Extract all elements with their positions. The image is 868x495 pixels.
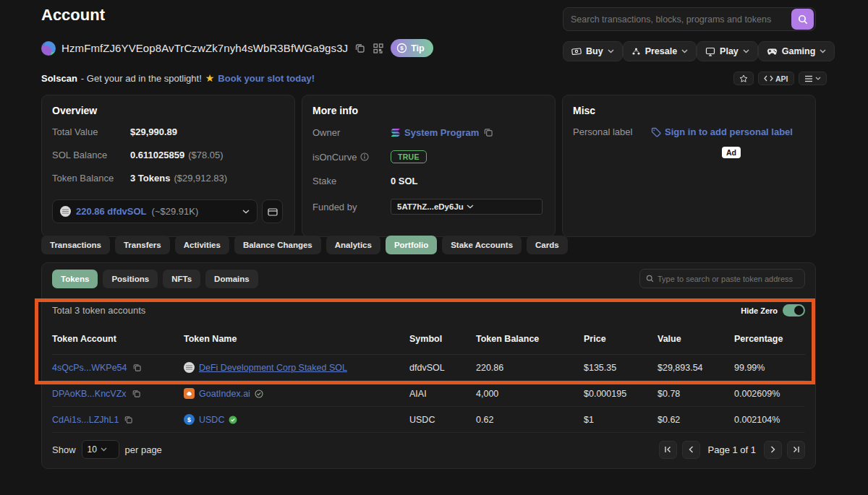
token-name-link[interactable]: DeFi Development Corp Staked SOL	[199, 363, 347, 373]
tab-balance-changes[interactable]: Balance Changes	[234, 236, 321, 254]
api-label: API	[775, 74, 788, 83]
chevron-down-icon	[681, 49, 688, 53]
buy-button[interactable]: Buy	[563, 41, 623, 61]
tip-label: Tip	[411, 43, 425, 53]
copy-icon	[133, 363, 141, 371]
copy-token-account-button[interactable]	[131, 388, 142, 399]
more-info-card: More info Owner System Program isOnCu	[302, 95, 556, 237]
token-balance-label: Token Balance	[52, 173, 130, 184]
sign-in-personal-label-link[interactable]: Sign in to add personal label	[665, 126, 793, 137]
token-balance: 0.62	[476, 415, 584, 425]
play-label: Play	[720, 46, 739, 56]
token-value: $0.78	[658, 389, 734, 399]
is-on-curve-label: isOnCurve	[312, 152, 357, 163]
hide-zero-toggle[interactable]	[783, 304, 805, 317]
misc-card: Misc Personal label Sign in to add perso…	[562, 95, 816, 237]
col-token-account: Token Account	[52, 334, 184, 344]
presale-label: Presale	[645, 46, 677, 56]
sol-balance-label: SOL Balance	[52, 150, 130, 160]
wallet-view-button[interactable]	[262, 199, 283, 223]
favorite-button[interactable]	[733, 72, 754, 85]
copy-token-account-button[interactable]	[132, 362, 142, 373]
qr-code-button[interactable]	[372, 42, 385, 55]
token-balance: 220.86	[476, 363, 584, 373]
tag-icon	[651, 127, 661, 137]
token-search-input[interactable]	[658, 275, 799, 283]
subtab-domains[interactable]: Domains	[205, 270, 258, 288]
tab-stake-accounts[interactable]: Stake Accounts	[442, 236, 522, 254]
tab-transfers[interactable]: Transfers	[115, 236, 170, 254]
page-tools: API	[733, 72, 827, 85]
glowing-star-icon: ★	[205, 72, 215, 84]
copy-token-account-button[interactable]	[123, 414, 134, 425]
first-page-button[interactable]	[659, 441, 677, 459]
solscan-account-page: Account HzmFmfZJ6YVEop8AvTrCzwZk7nyh4sWb…	[0, 0, 868, 495]
owner-link[interactable]: System Program	[404, 127, 479, 138]
prev-page-button[interactable]	[682, 441, 700, 459]
qr-code-icon	[373, 43, 383, 53]
api-button[interactable]: API	[758, 72, 794, 85]
dfdvsol-token-icon	[184, 362, 195, 373]
presale-button[interactable]: Presale	[623, 41, 697, 61]
wallet-icon	[268, 207, 278, 216]
play-button[interactable]: Play	[697, 41, 758, 61]
next-page-button[interactable]	[764, 441, 782, 459]
tab-activities[interactable]: Activities	[175, 236, 229, 254]
sol-balance: 0.611025859	[130, 150, 184, 160]
overview-card: Overview Total Value $29,990.89 SOL Bala…	[41, 95, 295, 237]
per-page-label: per page	[125, 444, 162, 455]
list-menu-button[interactable]	[799, 72, 827, 85]
info-icon	[360, 152, 369, 161]
token-account-link[interactable]: DPAoKB...KncVZx	[52, 389, 127, 399]
tab-analytics[interactable]: Analytics	[326, 236, 380, 254]
tab-transactions[interactable]: Transactions	[41, 236, 110, 254]
book-slot-link[interactable]: Book your slot today!	[218, 73, 315, 84]
global-search	[563, 7, 816, 31]
hide-zero-label: Hide Zero	[741, 306, 778, 315]
info-cards: Overview Total Value $29,990.89 SOL Bala…	[41, 95, 816, 226]
ad-brand: Solscan	[41, 73, 77, 84]
first-page-icon	[664, 446, 672, 453]
subtab-positions[interactable]: Positions	[103, 270, 158, 288]
search-button[interactable]	[791, 9, 814, 30]
token-balance-usd: ($29,912.83)	[174, 173, 227, 184]
chevron-down-icon	[242, 210, 250, 214]
table-row: DPAoKB...KncVZx GoatIndex.ai AIAI 4,000 …	[52, 381, 805, 407]
copy-owner-button[interactable]	[482, 126, 494, 138]
code-icon	[764, 75, 773, 82]
verified-check-icon	[229, 416, 237, 424]
gaming-button[interactable]: Gaming	[758, 41, 835, 61]
token-symbol: USDC	[409, 415, 476, 425]
tab-cards[interactable]: Cards	[527, 236, 568, 254]
account-address: HzmFmfZJ6YVEop8AvTrCzwZk7nyh4sWbR3BfWGa9…	[61, 42, 348, 54]
tab-portfolio[interactable]: Portfolio	[386, 236, 437, 254]
token-account-link[interactable]: 4sQcPs...WKPe54	[52, 363, 127, 373]
col-token-balance: Token Balance	[476, 334, 584, 344]
table-row: 4sQcPs...WKPe54 DeFi Development Corp St…	[52, 355, 805, 381]
token-name-link[interactable]: GoatIndex.ai	[199, 389, 250, 399]
chevron-down-icon	[743, 49, 749, 53]
token-balance: 3 Tokens	[130, 173, 170, 184]
chevron-down-icon	[608, 49, 614, 53]
sol-balance-usd: ($78.05)	[188, 150, 223, 160]
token-search	[639, 269, 805, 288]
token-account-link[interactable]: CdAi1s...LZJhL1	[52, 415, 119, 425]
usdc-token-icon: $	[184, 414, 195, 425]
subtab-tokens[interactable]: Tokens	[52, 270, 98, 288]
chevron-down-icon	[467, 205, 536, 209]
token-holdings-select[interactable]: 220.86 dfdvSOL (~$29.91K)	[52, 199, 258, 223]
chevron-left-icon	[689, 446, 694, 453]
ad-banner: Solscan - Get your ad in the spotlight! …	[41, 72, 315, 84]
global-search-input[interactable]	[563, 14, 791, 25]
last-page-button[interactable]	[787, 441, 805, 459]
subtab-nfts[interactable]: NFTs	[163, 270, 200, 288]
token-symbol: dfdvSOL	[409, 363, 476, 373]
page-size-select[interactable]: 10	[82, 440, 119, 459]
copy-address-button[interactable]	[354, 42, 366, 54]
token-name-link[interactable]: USDC	[199, 415, 224, 425]
token-price: $0.000195	[584, 389, 658, 399]
col-value: Value	[658, 334, 734, 344]
portfolio-panel: Tokens Positions NFTs Domains Total 3 to…	[41, 262, 816, 469]
funded-by-select[interactable]: 5AT7hZ...eDy6Ju	[391, 199, 542, 215]
tip-button[interactable]: $ Tip	[391, 39, 433, 57]
